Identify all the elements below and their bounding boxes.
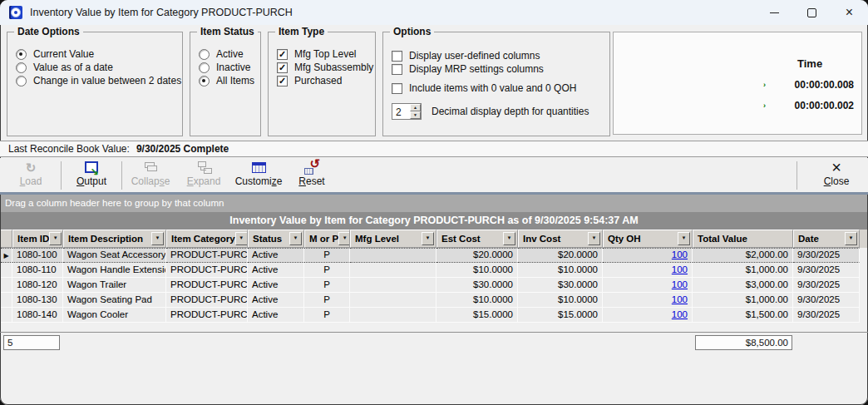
cell-mfg-level[interactable]: [350, 278, 436, 293]
cell-mfg-level[interactable]: [350, 248, 436, 263]
radio-icon[interactable]: [199, 62, 210, 73]
column-header-item-id[interactable]: Item ID▼: [12, 230, 63, 248]
column-header-date[interactable]: Date▼: [793, 230, 860, 248]
column-filter-dropdown-icon[interactable]: ▼: [845, 232, 857, 245]
cell-est-cost[interactable]: $15.0000: [436, 308, 518, 323]
cell-status[interactable]: Active: [248, 308, 304, 323]
cell-date[interactable]: 9/30/2025: [793, 308, 860, 323]
table-row[interactable]: 1080-110Wagon Handle ExtensionPRODUCT-PU…: [1, 263, 867, 278]
column-header-est-cost[interactable]: Est Cost▼: [436, 230, 518, 248]
table-row[interactable]: 1080-130Wagon Seating PadPRODUCT-PURCHAc…: [1, 293, 867, 308]
cell-m-or-p[interactable]: P: [304, 263, 350, 278]
cell-item-category[interactable]: PRODUCT-PURCH: [166, 293, 248, 308]
cell-item-description[interactable]: Wagon Seating Pad: [63, 293, 166, 308]
cell-est-cost[interactable]: $30.0000: [436, 278, 518, 293]
table-row[interactable]: ▶1080-100Wagon Seat AccessoryPRODUCT-PUR…: [1, 248, 867, 263]
qty-oh-link[interactable]: 100: [672, 249, 688, 259]
cell-qty-oh[interactable]: 100: [603, 308, 693, 323]
cell-item-description[interactable]: Wagon Seat Accessory: [63, 248, 166, 263]
column-filter-dropdown-icon[interactable]: ▼: [289, 232, 302, 245]
item-status-option-active[interactable]: Active: [199, 47, 260, 61]
minimize-button[interactable]: [756, 0, 793, 25]
cell-m-or-p[interactable]: P: [304, 248, 350, 263]
option-include-items-with-0-value-and-0-qoh[interactable]: Include items with 0 value and 0 QOH: [392, 81, 609, 95]
row-selector-cell[interactable]: [1, 293, 12, 308]
cell-mfg-level[interactable]: [350, 293, 436, 308]
table-row[interactable]: 1080-140Wagon CoolerPRODUCT-PURCHActiveP…: [1, 308, 867, 323]
date-option-current-value[interactable]: Current Value: [16, 47, 182, 61]
column-header-mfg-level[interactable]: Mfg Level▼: [350, 230, 436, 248]
close-window-button[interactable]: ×: [831, 0, 868, 25]
cell-qty-oh[interactable]: 100: [603, 263, 693, 278]
cell-date[interactable]: 9/30/2025: [793, 278, 860, 293]
item-status-option-inactive[interactable]: Inactive: [199, 61, 260, 74]
item-type-option-mfg-top-level[interactable]: ✓Mfg Top Level: [277, 47, 375, 61]
cell-status[interactable]: Active: [248, 263, 304, 278]
column-header-status[interactable]: Status▼: [248, 230, 304, 248]
column-header-qty-oh[interactable]: Qty OH▼: [603, 230, 693, 248]
cell-inv-cost[interactable]: $10.0000: [518, 293, 603, 308]
radio-icon[interactable]: [199, 76, 210, 86]
checkbox-icon[interactable]: ✓: [277, 76, 288, 86]
cell-est-cost[interactable]: $10.0000: [436, 293, 518, 308]
column-header-inv-cost[interactable]: Inv Cost▼: [518, 230, 603, 248]
column-filter-dropdown-icon[interactable]: ▼: [49, 232, 62, 245]
column-filter-dropdown-icon[interactable]: ▼: [503, 232, 515, 245]
row-selector-cell[interactable]: [1, 278, 12, 293]
cell-mfg-level[interactable]: [350, 308, 436, 323]
item-status-option-all-items[interactable]: All Items: [199, 74, 260, 87]
cell-item-category[interactable]: PRODUCT-PURCH: [166, 278, 248, 293]
cell-item-category[interactable]: PRODUCT-PURCH: [166, 308, 248, 323]
cell-item-description[interactable]: Wagon Handle Extension: [63, 263, 166, 278]
cell-qty-oh[interactable]: 100: [603, 278, 693, 293]
column-filter-dropdown-icon[interactable]: ▼: [151, 232, 164, 245]
cell-m-or-p[interactable]: P: [304, 278, 350, 293]
cell-inv-cost[interactable]: $30.0000: [518, 278, 603, 293]
cell-status[interactable]: Active: [248, 248, 304, 263]
row-selector-cell[interactable]: [1, 263, 12, 278]
cell-total-value[interactable]: $1,500.00: [693, 308, 793, 323]
close-button[interactable]: ×Close: [811, 161, 861, 192]
cell-date[interactable]: 9/30/2025: [793, 263, 860, 278]
row-selector-cell[interactable]: ▶: [1, 248, 12, 263]
cell-inv-cost[interactable]: $20.0000: [518, 248, 603, 263]
radio-icon[interactable]: [199, 49, 210, 60]
cell-est-cost[interactable]: $10.0000: [436, 263, 518, 278]
item-type-option-purchased[interactable]: ✓Purchased: [277, 74, 375, 87]
cell-item-category[interactable]: PRODUCT-PURCH: [166, 248, 248, 263]
cell-est-cost[interactable]: $20.0000: [436, 248, 518, 263]
column-filter-dropdown-icon[interactable]: ▼: [422, 232, 434, 245]
radio-icon[interactable]: [16, 76, 27, 86]
table-row[interactable]: 1080-120Wagon TrailerPRODUCT-PURCHActive…: [1, 278, 867, 293]
cell-item-id[interactable]: 1080-100: [12, 248, 63, 263]
row-selector-cell[interactable]: [1, 308, 12, 323]
cell-date[interactable]: 9/30/2025: [793, 248, 860, 263]
cell-inv-cost[interactable]: $15.0000: [518, 308, 603, 323]
cell-item-category[interactable]: PRODUCT-PURCH: [166, 263, 248, 278]
column-filter-dropdown-icon[interactable]: ▼: [338, 232, 350, 245]
maximize-button[interactable]: [793, 0, 831, 25]
cell-item-description[interactable]: Wagon Cooler: [63, 308, 166, 323]
qty-oh-link[interactable]: 100: [672, 309, 688, 319]
option-display-mrp-settings-columns[interactable]: Display MRP settings columns: [392, 62, 609, 76]
cell-item-id[interactable]: 1080-110: [12, 263, 63, 278]
cell-total-value[interactable]: $3,000.00: [693, 278, 793, 293]
reset-button[interactable]: ↺Reset: [289, 161, 334, 192]
group-by-dropzone[interactable]: Drag a column header here to group by th…: [1, 195, 867, 212]
column-filter-dropdown-icon[interactable]: ▼: [588, 232, 600, 245]
column-filter-dropdown-icon[interactable]: ▼: [235, 232, 248, 245]
cell-total-value[interactable]: $2,000.00: [693, 248, 793, 263]
item-type-option-mfg-subassembly[interactable]: ✓Mfg Subassembly: [277, 61, 375, 74]
checkbox-icon[interactable]: [392, 64, 402, 75]
checkbox-icon[interactable]: ✓: [277, 49, 288, 60]
cell-mfg-level[interactable]: [350, 263, 436, 278]
column-header-item-category[interactable]: Item Category▼: [166, 230, 248, 248]
cell-item-id[interactable]: 1080-140: [12, 308, 63, 323]
date-option-change-in-value-between-2-dates[interactable]: Change in value between 2 dates: [16, 74, 182, 87]
column-header-m-or-p[interactable]: M or P▼: [304, 230, 350, 248]
decimal-depth-spinner[interactable]: 2 ▲ ▼: [392, 103, 422, 120]
checkbox-icon[interactable]: [392, 51, 402, 62]
radio-icon[interactable]: [16, 62, 27, 73]
cell-total-value[interactable]: $1,000.00: [693, 293, 793, 308]
spinner-up-button[interactable]: ▲: [410, 104, 421, 111]
